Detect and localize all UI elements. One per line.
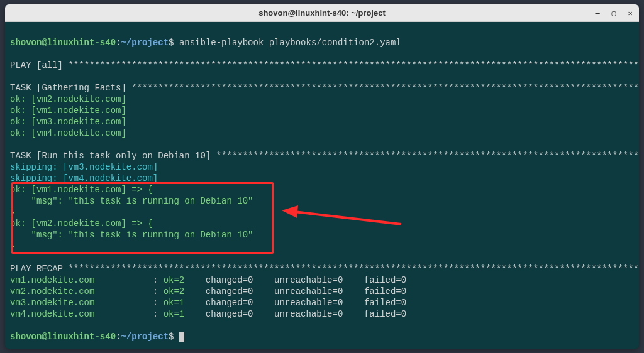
asterisk-fill: ****************************************… bbox=[216, 151, 639, 161]
terminal-area[interactable]: shovon@linuxhint-s40:~/project$ ansible-… bbox=[5, 22, 639, 349]
recap-changed: changed=0 bbox=[206, 309, 253, 319]
task1-line: ok: [vm3.nodekite.com] bbox=[10, 117, 126, 127]
recap-unreachable: unreachable=0 bbox=[274, 298, 343, 308]
asterisk-fill: ****************************************… bbox=[131, 83, 639, 93]
recap-failed: failed=0 bbox=[364, 286, 406, 296]
recap-failed: failed=0 bbox=[364, 298, 406, 308]
recap-ok: ok=1 bbox=[164, 298, 185, 308]
recap-ok: ok=1 bbox=[164, 309, 185, 319]
terminal-window: shovon@linuxhint-s40: ~/project — ▢ ✕ sh… bbox=[5, 4, 639, 349]
prompt-path: ~/project bbox=[121, 38, 169, 48]
titlebar: shovon@linuxhint-s40: ~/project — ▢ ✕ bbox=[5, 4, 639, 22]
asterisk-fill: ****************************************… bbox=[68, 60, 639, 70]
task2-skip: skipping: [vm3.nodekite.com] bbox=[10, 162, 158, 172]
task1-header: TASK [Gathering Facts] bbox=[10, 83, 126, 93]
task1-line: ok: [vm4.nodekite.com] bbox=[10, 128, 126, 138]
recap-host: vm2.nodekite.com bbox=[10, 286, 94, 296]
recap-failed: failed=0 bbox=[364, 275, 406, 285]
window-controls: — ▢ ✕ bbox=[592, 8, 635, 18]
recap-host: vm1.nodekite.com bbox=[10, 275, 94, 285]
minimize-button[interactable]: — bbox=[592, 8, 602, 18]
recap-host: vm3.nodekite.com bbox=[10, 298, 94, 308]
task1-line: ok: [vm1.nodekite.com] bbox=[10, 106, 126, 116]
task2-ok-msg: "msg": "this task is running on Debian 1… bbox=[10, 196, 253, 206]
prompt-sep2: $ bbox=[169, 332, 174, 342]
maximize-button[interactable]: ▢ bbox=[609, 8, 619, 18]
recap-header: PLAY RECAP bbox=[10, 264, 63, 274]
command-text: ansible-playbook playbooks/condition2.ya… bbox=[179, 38, 401, 48]
play-header: PLAY [all] bbox=[10, 60, 63, 70]
recap-changed: changed=0 bbox=[206, 298, 253, 308]
asterisk-fill: ****************************************… bbox=[68, 264, 639, 274]
task2-ok-head: ok: [vm2.nodekite.com] => { bbox=[10, 219, 153, 229]
task2-ok-head: ok: [vm1.nodekite.com] => { bbox=[10, 185, 153, 195]
recap-host: vm4.nodekite.com bbox=[10, 309, 94, 319]
task2-header: TASK [Run this task only on Debian 10] bbox=[10, 151, 211, 161]
prompt-user: shovon@linuxhint-s40 bbox=[10, 332, 116, 342]
prompt-sep2: $ bbox=[169, 38, 174, 48]
recap-failed: failed=0 bbox=[364, 309, 406, 319]
task2-ok-close: } bbox=[10, 207, 15, 217]
recap-unreachable: unreachable=0 bbox=[274, 275, 343, 285]
close-button[interactable]: ✕ bbox=[625, 8, 635, 18]
task2-skip: skipping: [vm4.nodekite.com] bbox=[10, 173, 158, 183]
recap-ok: ok=2 bbox=[164, 275, 185, 285]
recap-changed: changed=0 bbox=[206, 275, 253, 285]
task2-ok-close: } bbox=[10, 241, 15, 251]
recap-ok: ok=2 bbox=[164, 286, 185, 296]
recap-changed: changed=0 bbox=[206, 286, 253, 296]
prompt-user: shovon@linuxhint-s40 bbox=[10, 38, 116, 48]
recap-unreachable: unreachable=0 bbox=[274, 309, 343, 319]
prompt-path: ~/project bbox=[121, 332, 169, 342]
window-title: shovon@linuxhint-s40: ~/project bbox=[258, 8, 386, 18]
recap-unreachable: unreachable=0 bbox=[274, 286, 343, 296]
cursor bbox=[179, 332, 184, 342]
task2-ok-msg: "msg": "this task is running on Debian 1… bbox=[10, 230, 253, 240]
task1-line: ok: [vm2.nodekite.com] bbox=[10, 94, 126, 104]
